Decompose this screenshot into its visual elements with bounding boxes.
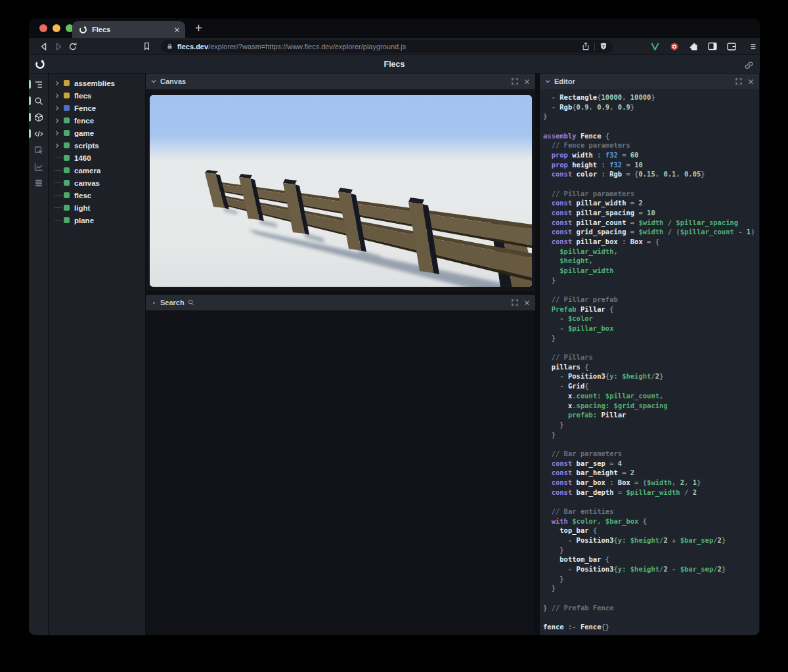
- chevron-down-icon[interactable]: [151, 79, 156, 84]
- expand-chevron-icon[interactable]: [55, 131, 64, 136]
- brave-shield-icon[interactable]: [600, 42, 607, 51]
- browser-window: Flecs flecs.dev /explorer/?w: [29, 18, 760, 635]
- query-search-icon[interactable]: [29, 93, 49, 109]
- code-line: const pillar_width = 2: [543, 198, 759, 208]
- expand-chevron-icon[interactable]: [55, 81, 64, 86]
- tree-item-label: light: [74, 204, 90, 212]
- code-line: const grid_spacing = $width / ($pillar_c…: [543, 227, 759, 237]
- v-extension-icon[interactable]: [649, 41, 661, 52]
- tree-item-Fence[interactable]: Fence: [49, 102, 145, 114]
- code-line: // Bar parameters: [543, 449, 759, 459]
- tree-item-fence[interactable]: fence: [49, 114, 145, 127]
- minimize-window-button[interactable]: [53, 24, 60, 32]
- entity-color-square: [64, 167, 70, 173]
- expand-chevron-icon[interactable]: [55, 143, 64, 148]
- hexagon-extension-icon[interactable]: [668, 41, 680, 52]
- tree-guide-line: [55, 158, 64, 158]
- tree-item-flecs[interactable]: flecs: [49, 89, 145, 102]
- window-controls: [39, 24, 74, 32]
- code-line: [543, 285, 759, 295]
- tree-item-game[interactable]: game: [49, 127, 145, 139]
- code-icon[interactable]: [29, 125, 49, 142]
- entity-color-square: [64, 205, 70, 211]
- code-line: }: [543, 583, 759, 593]
- tree-item-light[interactable]: light: [49, 201, 145, 214]
- lock-icon: [166, 43, 173, 50]
- search-icon[interactable]: [188, 299, 194, 306]
- new-tab-button[interactable]: [194, 24, 203, 32]
- tree-item-canvas[interactable]: canvas: [49, 177, 145, 189]
- tree-item-label: assemblies: [74, 79, 115, 87]
- wallet-icon[interactable]: [726, 41, 737, 52]
- close-window-button[interactable]: [39, 24, 47, 32]
- browser-menu-icon[interactable]: [746, 39, 760, 54]
- code-line: [543, 121, 759, 131]
- expand-panel-icon[interactable]: [735, 78, 742, 85]
- tab-close-icon[interactable]: [174, 27, 180, 33]
- expand-chevron-icon[interactable]: [55, 118, 64, 123]
- tree-item-flesc[interactable]: flesc: [49, 189, 145, 201]
- close-panel-icon[interactable]: [524, 79, 530, 85]
- code-line: bottom_bar {: [543, 555, 759, 564]
- search-results-area[interactable]: [146, 310, 535, 635]
- code-line: $pillar_width,: [543, 247, 759, 257]
- code-line: const pillar_box : Box = {: [543, 237, 759, 247]
- code-line: - Rectangle{10000, 10000}: [543, 93, 759, 102]
- canvas-panel-header: Canvas: [146, 74, 535, 89]
- tree-item-label: game: [74, 129, 94, 137]
- inspector-icon[interactable]: [29, 142, 49, 158]
- canvas-viewport[interactable]: [146, 89, 535, 291]
- forward-button[interactable]: [51, 39, 66, 54]
- scene-cube-icon[interactable]: [29, 109, 49, 125]
- code-line: Prefab Pillar {: [543, 304, 759, 314]
- tree-item-scripts[interactable]: scripts: [49, 139, 145, 152]
- tree-item-label: camera: [74, 167, 100, 175]
- code-line: }: [543, 574, 759, 584]
- tree-item-assemblies[interactable]: assemblies: [49, 77, 145, 89]
- sidebar-panel-icon[interactable]: [707, 41, 718, 52]
- code-editor[interactable]: - Rectangle{10000, 10000} - Rgb{0.9, 0.9…: [540, 89, 759, 635]
- expand-chevron-icon[interactable]: [55, 106, 64, 111]
- expand-chevron-icon[interactable]: [55, 93, 64, 98]
- tree-item-camera[interactable]: camera: [49, 164, 145, 177]
- code-line: const bar_height = 2: [543, 468, 759, 478]
- code-line: const pillar_spacing = 10: [543, 208, 759, 218]
- code-line: x.spacing: $grid_spacing: [543, 401, 759, 411]
- active-indicator: [29, 129, 31, 138]
- tree-item-label: canvas: [74, 179, 100, 187]
- share-icon[interactable]: [582, 42, 590, 51]
- tree-guide-line: [55, 207, 64, 208]
- code-line: const bar_sep = 4: [543, 459, 759, 469]
- tables-stack-icon[interactable]: [29, 175, 49, 191]
- extensions-puzzle-icon[interactable]: [688, 41, 699, 52]
- bullet-icon: [153, 302, 155, 304]
- code-line: [543, 343, 759, 352]
- stats-chart-icon[interactable]: [29, 158, 49, 175]
- tree-item-label: plane: [74, 217, 94, 224]
- tree-item-1460[interactable]: 1460: [49, 152, 145, 164]
- search-panel-header: Search: [146, 295, 535, 310]
- share-link-icon[interactable]: [745, 60, 753, 72]
- back-button[interactable]: [37, 39, 51, 54]
- expand-panel-icon[interactable]: [512, 78, 518, 85]
- url-path: /explorer/?wasm=https://www.flecs.dev/ex…: [208, 43, 406, 51]
- active-indicator: [29, 113, 31, 121]
- chevron-down-icon[interactable]: [545, 79, 550, 84]
- 3d-fence-render[interactable]: [150, 95, 532, 287]
- reload-button[interactable]: [66, 39, 80, 54]
- tree-item-plane[interactable]: plane: [49, 214, 145, 226]
- entity-color-square: [64, 180, 70, 186]
- tree-item-label: Fence: [74, 104, 96, 112]
- close-panel-icon[interactable]: [524, 300, 530, 306]
- bookmark-icon[interactable]: [139, 39, 154, 54]
- code-line: // Pillars: [543, 352, 759, 362]
- browser-tab[interactable]: Flecs: [72, 21, 185, 38]
- close-panel-icon[interactable]: [748, 79, 754, 85]
- code-line: $height,: [543, 256, 759, 266]
- code-line: prefab: Pillar: [543, 410, 759, 420]
- expand-panel-icon[interactable]: [512, 299, 518, 306]
- url-bar[interactable]: flecs.dev /explorer/?wasm=https://www.fl…: [161, 40, 613, 53]
- divider: [594, 43, 595, 51]
- code-line: [543, 497, 759, 507]
- entity-tree-icon[interactable]: [29, 76, 49, 93]
